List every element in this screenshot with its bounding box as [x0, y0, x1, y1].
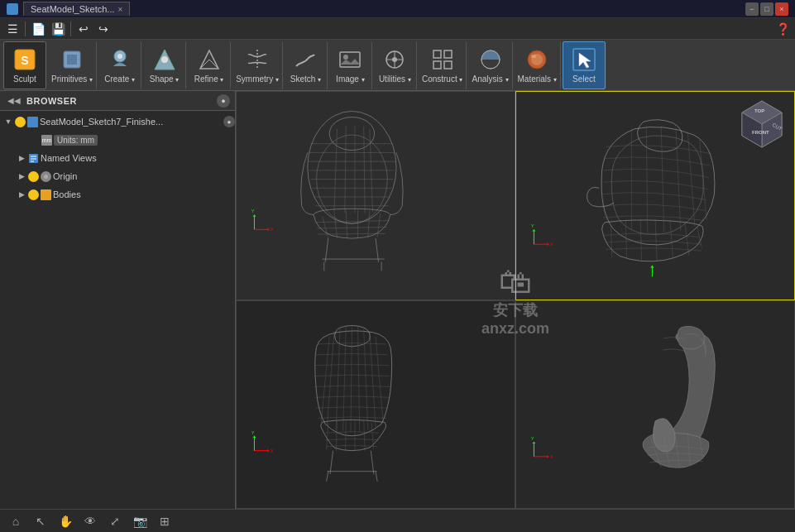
svg-point-5 [117, 54, 122, 59]
svg-rect-12 [340, 52, 360, 67]
app-tab[interactable]: SeatModel_Sketch... × [23, 2, 130, 16]
toolbar-analysis[interactable]: Analysis ▾ [468, 41, 512, 89]
analysis-icon [477, 46, 504, 73]
tree-origin-eye[interactable] [28, 171, 39, 182]
tree-item-label: SeatModel_Sketch7_Finishe... [40, 117, 222, 127]
save-button[interactable]: 💾 [49, 20, 67, 38]
toolbar-sculpt[interactable]: S Sculpt [3, 41, 46, 89]
menu-separator-1 [25, 22, 26, 36]
window-controls: − □ × [745, 2, 788, 16]
toolbar-sketch[interactable]: Sketch ▾ [285, 41, 328, 89]
tree-bodies-folder-icon [41, 189, 51, 200]
utilities-label: Utilities ▾ [379, 74, 411, 84]
tree-namedviews-icon [28, 153, 39, 164]
svg-rect-18 [433, 50, 441, 58]
viewport-bottomright[interactable]: X Y [515, 300, 795, 510]
tree-item-root[interactable]: ▼ SeatModel_Sketch7_Finishe... ● [0, 113, 235, 131]
symmetry-icon [244, 46, 271, 73]
redo-button[interactable]: ↪ [94, 20, 113, 38]
symmetry-label: Symmetry ▾ [236, 74, 279, 84]
maximize-button[interactable]: □ [760, 2, 773, 16]
browser-header: ◀◀ BROWSER ● [0, 91, 235, 111]
tree-bodies-arrow[interactable]: ▶ [17, 189, 26, 199]
tree-expand-arrow[interactable]: ▼ [3, 117, 13, 127]
primitives-icon [59, 46, 85, 73]
svg-text:Y: Y [251, 429, 255, 434]
toolbar-utilities[interactable]: Utilities ▾ [374, 41, 417, 89]
status-bar: ⌂ ↖ ✋ 👁 ⤢ 📷 ⊞ [0, 509, 795, 532]
app-icon [7, 3, 18, 15]
home-button[interactable]: ⌂ [7, 512, 25, 530]
toolbar-shape[interactable]: Shape ▾ [143, 41, 186, 89]
svg-rect-3 [67, 55, 77, 65]
zoom-fit-button[interactable]: ⤢ [106, 512, 124, 530]
tree-origin-icon [41, 171, 51, 182]
menu-separator-2 [70, 22, 71, 36]
tree-namedviews-label: Named Views [41, 153, 235, 163]
toolbar-primitives[interactable]: Primitives ▾ [48, 41, 97, 89]
hamburger-menu-button[interactable]: ☰ [3, 20, 22, 38]
browser-nav-back[interactable]: ◀◀ [5, 95, 23, 106]
svg-point-17 [392, 57, 397, 62]
viewport-area: FRONT TOP CUT [236, 91, 795, 509]
tree-item-origin[interactable]: ▶ Origin [0, 167, 235, 185]
grid-toggle-button[interactable]: ⊞ [156, 512, 174, 530]
svg-text:Y: Y [251, 208, 255, 213]
tab-close[interactable]: × [118, 5, 123, 14]
svg-text:X: X [550, 453, 553, 458]
toolbar: S Sculpt Primitives ▾ Create ▾ [0, 40, 795, 91]
primitives-label: Primitives ▾ [51, 74, 93, 84]
tree-origin-arrow[interactable]: ▶ [17, 171, 26, 181]
svg-text:X: X [271, 448, 274, 453]
toolbar-refine[interactable]: Refine ▾ [188, 41, 231, 89]
create-icon [107, 46, 133, 73]
utilities-icon [381, 46, 408, 73]
browser-menu-button[interactable]: ● [217, 94, 230, 108]
close-button[interactable]: × [775, 2, 788, 16]
toolbar-image[interactable]: Image ▾ [329, 41, 372, 89]
minimize-button[interactable]: − [745, 2, 759, 16]
camera-button[interactable]: 📷 [131, 512, 149, 530]
svg-text:FRONT: FRONT [752, 130, 769, 135]
svg-rect-99 [237, 320, 515, 489]
undo-button[interactable]: ↩ [74, 20, 93, 38]
toolbar-symmetry[interactable]: Symmetry ▾ [232, 41, 283, 89]
tree-bodies-eye[interactable] [28, 189, 39, 200]
svg-text:S: S [21, 54, 28, 67]
tree-item-bodies[interactable]: ▶ Bodies [0, 185, 235, 204]
shape-icon [151, 46, 178, 73]
select-label: Select [572, 74, 596, 84]
pan-button[interactable]: ✋ [56, 512, 74, 530]
materials-icon [524, 46, 550, 73]
browser-panel: ◀◀ BROWSER ● ▼ SeatModel_Sketch7_Finishe… [0, 91, 236, 509]
toolbar-create[interactable]: Create ▾ [98, 41, 141, 89]
tab-label: SeatModel_Sketch... [31, 4, 115, 14]
svg-text:X: X [271, 228, 274, 232]
tree-item-units[interactable]: mm Units: mm [0, 131, 235, 149]
toolbar-construct[interactable]: Construct ▾ [419, 41, 467, 89]
tree-item-namedviews[interactable]: ▶ Named Views [0, 149, 235, 167]
svg-rect-40 [237, 111, 515, 280]
svg-rect-19 [444, 50, 452, 58]
main-area: ◀◀ BROWSER ● ▼ SeatModel_Sketch7_Finishe… [0, 91, 795, 509]
svg-rect-21 [444, 61, 452, 69]
select-icon [571, 46, 597, 73]
create-label: Create ▾ [104, 74, 135, 84]
nav-cube[interactable]: FRONT TOP CUT [732, 94, 792, 154]
viewport-bottomleft[interactable]: X Y [236, 300, 515, 510]
toolbar-materials[interactable]: Materials ▾ [515, 41, 561, 89]
toolbar-select[interactable]: Select [563, 41, 606, 89]
tree-namedviews-arrow[interactable]: ▶ [17, 153, 26, 163]
tree-eye-toggle[interactable] [15, 117, 26, 127]
new-file-button[interactable]: 📄 [29, 20, 47, 38]
shape-label: Shape ▾ [150, 74, 180, 84]
tree-bodies-label: Bodies [53, 189, 235, 199]
svg-text:Y: Y [531, 435, 534, 440]
orbit-button[interactable]: 👁 [81, 512, 99, 530]
select-mode-button[interactable]: ↖ [31, 512, 50, 530]
analysis-label: Analysis ▾ [472, 74, 508, 84]
tree-options-button[interactable]: ● [223, 116, 235, 127]
viewport-topleft[interactable]: X Y [236, 91, 515, 300]
help-button[interactable]: ❓ [773, 20, 792, 38]
refine-icon [196, 46, 223, 73]
